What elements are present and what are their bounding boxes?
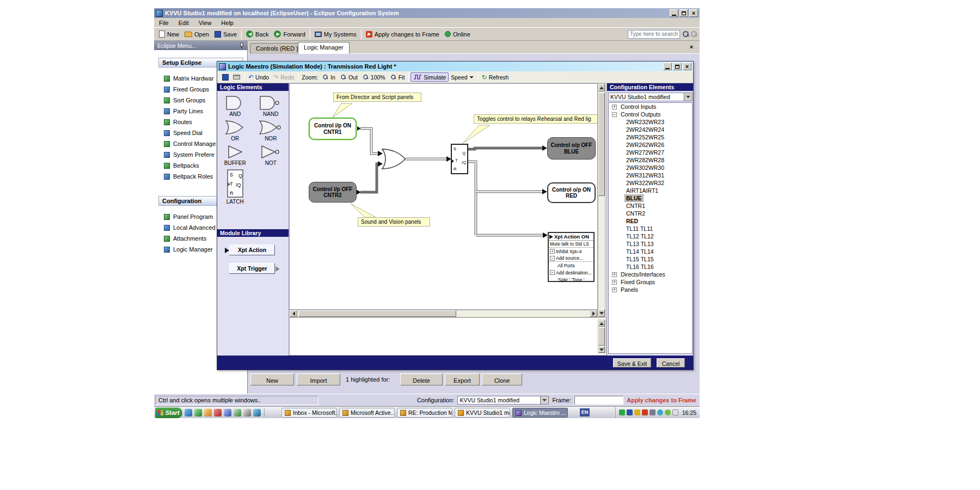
print-button[interactable] [231, 74, 242, 80]
tree-item[interactable]: TL16 TL16 [609, 263, 692, 271]
clone-button[interactable]: Clone [482, 373, 522, 385]
menu-item[interactable]: Edit [174, 19, 194, 27]
node-xpt-action[interactable]: Xpt Action ON Mute talk to Std LS + Inhi… [548, 232, 595, 282]
taskbar-window-button[interactable]: Inbox - Microsoft... [281, 408, 337, 418]
tray-icon[interactable] [627, 409, 633, 415]
new-button[interactable]: New [156, 29, 182, 39]
zoom-100-button[interactable]: 100% [360, 73, 388, 81]
note-sound-vision[interactable]: Sound and Vision panels [358, 217, 430, 226]
apply-changes-button[interactable]: ▶Apply changes to Frame [363, 30, 442, 39]
palette-gate-latch[interactable]: STRQ/Q LATCH [217, 168, 253, 205]
tree-item[interactable]: 2WR262WR26 [609, 141, 692, 149]
tree-expander-icon[interactable]: + [612, 280, 617, 285]
expander-icon[interactable]: − [550, 270, 555, 275]
tray-icon[interactable] [650, 409, 656, 415]
tray-icon[interactable] [657, 409, 663, 415]
scroll-down-button[interactable] [598, 346, 605, 353]
node-red[interactable]: Control o/p ON RED [547, 182, 596, 203]
logic-maximize-button[interactable] [673, 63, 682, 70]
tray-icon[interactable] [634, 409, 640, 415]
frame-field[interactable] [574, 396, 623, 405]
scroll-down-button[interactable] [598, 309, 605, 317]
scroll-up-button[interactable] [598, 320, 605, 327]
palette-gate-and[interactable]: AND [217, 95, 253, 117]
export-button[interactable]: Export [445, 373, 480, 385]
xpt-row[interactable]: − Add source... [549, 255, 593, 262]
maximize-button[interactable] [679, 9, 688, 17]
tree-item[interactable]: CNTR2 [609, 210, 692, 217]
tree-expander-icon[interactable]: + [612, 105, 617, 109]
expander-icon[interactable]: + [550, 249, 555, 254]
quick-launch-icon[interactable] [234, 409, 241, 416]
tab-controls-red[interactable]: Controls (RED ) [250, 43, 304, 54]
speed-dropdown[interactable]: Speed [449, 74, 475, 81]
import-button[interactable]: Import [297, 373, 340, 385]
zoom-in-button[interactable]: In [320, 73, 338, 81]
tree-item[interactable]: TL15 TL15 [609, 255, 692, 263]
tree-item[interactable]: 2WR242WR24 [609, 126, 692, 133]
tree-expander-icon[interactable]: + [612, 272, 617, 277]
dropdown-arrow-button[interactable] [540, 396, 548, 404]
tree-item[interactable]: + Fixed Groups [609, 278, 692, 286]
zoom-out-button[interactable]: Out [338, 73, 360, 81]
close-button[interactable]: × [689, 9, 698, 17]
tray-icon[interactable] [665, 409, 671, 415]
dropdown-arrow-button[interactable] [684, 93, 692, 101]
menu-item[interactable]: File [154, 19, 174, 27]
tree-item[interactable]: 2WR252WR25 [609, 133, 692, 141]
forward-button[interactable]: ▶Forward [271, 29, 308, 39]
node-cntr2[interactable]: Control i/p OFF CNTR2 [309, 182, 357, 203]
my-systems-button[interactable]: My Systems [312, 30, 359, 39]
node-cntr1[interactable]: Control i/p ON CNTR1 [309, 118, 357, 140]
start-button[interactable]: Start [155, 407, 182, 418]
new-logic-button[interactable]: New [250, 373, 294, 385]
tree-item[interactable]: 2WR232WR23 [609, 118, 692, 126]
tree-item[interactable]: − Control Outputs [609, 111, 692, 118]
tab-logic-manager[interactable]: Logic Manager [298, 42, 350, 54]
tree-item[interactable]: CNTR1 [609, 202, 692, 210]
logic-save-button[interactable] [220, 74, 231, 81]
node-latch[interactable]: S Q T /Q R [451, 144, 468, 174]
quick-launch-icon[interactable] [185, 409, 192, 416]
search-icon[interactable] [682, 30, 689, 38]
minimize-button[interactable] [670, 9, 678, 17]
xpt-row[interactable]: + Inhibit Xpt=4 [549, 248, 593, 255]
node-blue[interactable]: Control o/p OFF BLUE [547, 137, 596, 160]
xpt-trigger-button[interactable]: Xpt Trigger [229, 263, 275, 274]
scroll-left-button[interactable] [290, 310, 297, 317]
simulate-button[interactable]: Simulate [411, 72, 449, 82]
taskbar-window-button[interactable]: Microsoft Active... [339, 408, 395, 418]
palette-gate-buffer[interactable]: BUFFER [217, 144, 253, 166]
palette-gate-or[interactable]: OR [217, 119, 253, 142]
palette-gate-nand[interactable]: NAND [253, 95, 289, 117]
tree-item[interactable]: + Panels [609, 286, 692, 293]
palette-gate-not[interactable]: NOT [253, 144, 289, 166]
eclipse-menu-bar[interactable]: Eclipse Menu... [154, 41, 248, 50]
taskbar-window-button[interactable]: RE: Production M... [397, 408, 452, 418]
scroll-right-button[interactable] [590, 310, 597, 317]
taskbar-window-button[interactable]: KVVU Studio1 mo... [455, 408, 510, 418]
tree-item[interactable]: BLUE [609, 194, 692, 202]
cancel-button[interactable]: Cancel [657, 358, 685, 367]
delete-button[interactable]: Delete [400, 373, 443, 385]
search-clear-icon[interactable] [690, 30, 697, 38]
configuration-dropdown[interactable]: KVVU Studio1 modified [457, 396, 549, 405]
redo-button[interactable]: ↷Redo [271, 74, 296, 81]
v-scroll-thumb[interactable] [598, 327, 605, 346]
tree-item[interactable]: 2WR302WR30 [609, 164, 692, 171]
expander-icon[interactable]: − [550, 256, 555, 261]
open-button[interactable]: Open [182, 30, 212, 39]
quick-launch-icon[interactable] [224, 409, 231, 416]
v-scroll-thumb[interactable] [598, 93, 605, 196]
back-button[interactable]: ◀Back [243, 29, 271, 39]
note-from-director[interactable]: From Director and Script panels [333, 93, 421, 102]
tree-expander-icon[interactable]: + [612, 287, 617, 292]
refresh-button[interactable]: ↻Refresh [480, 74, 511, 81]
xpt-row[interactable]: 'Spkr ','Tone ' [549, 276, 593, 283]
logic-minimize-button[interactable] [663, 63, 672, 70]
tree-item[interactable]: 2WR272WR27 [609, 149, 692, 156]
quick-launch-icon[interactable] [194, 409, 202, 416]
tree-item[interactable]: TL12 TL12 [609, 232, 692, 240]
tray-icon[interactable] [672, 409, 678, 415]
tree-item[interactable]: RED [609, 217, 692, 225]
